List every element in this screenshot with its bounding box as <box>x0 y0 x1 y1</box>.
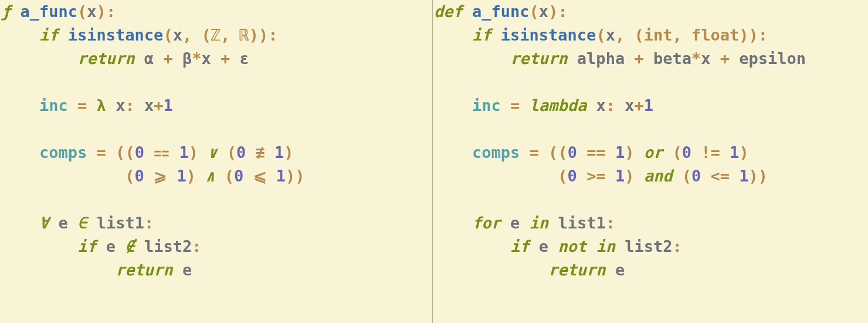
keyword-not-in: not in <box>558 237 615 255</box>
keyword-for: ∀ <box>39 214 49 232</box>
code-pane-plain: def a_func(x): if isinstance(x, (int, fl… <box>433 0 868 323</box>
builtin-isinstance: isinstance <box>501 26 596 44</box>
func-name: a_func <box>21 2 78 21</box>
keyword-not-in: ∉ <box>125 237 134 255</box>
keyword-or: ∨ <box>208 143 217 162</box>
op-equal: ⩵ <box>154 143 169 162</box>
param-x: x <box>87 2 96 21</box>
keyword-return: return <box>116 261 173 279</box>
var-alpha: α <box>144 49 154 68</box>
keyword-and: ∧ <box>205 167 215 185</box>
var-list2: list2 <box>144 237 192 255</box>
type-int: int <box>644 26 673 44</box>
op-ge: ⩾ <box>154 167 167 185</box>
op-notequal: ≢ <box>256 143 265 162</box>
keyword-def: ƒ <box>1 2 11 21</box>
op-equal: == <box>586 143 606 162</box>
var-list1: list1 <box>558 214 605 232</box>
var-alpha: alpha <box>577 49 625 68</box>
var-inc: inc <box>39 96 68 115</box>
code-block-right: def a_func(x): if isinstance(x, (int, fl… <box>434 0 868 282</box>
keyword-if: if <box>39 26 59 44</box>
keyword-return: return <box>548 261 606 279</box>
type-float: ℝ <box>240 26 249 44</box>
keyword-in: ∈ <box>77 214 87 232</box>
op-ge: >= <box>586 167 606 185</box>
var-list2: list2 <box>625 237 672 255</box>
keyword-if: if <box>510 237 530 255</box>
op-notequal: != <box>701 143 720 162</box>
var-beta: β <box>182 49 192 68</box>
keyword-return: return <box>77 49 135 68</box>
type-int: ℤ <box>211 26 221 44</box>
paren-close: ) <box>97 2 106 21</box>
var-list1: list1 <box>97 214 144 232</box>
var-comps: comps <box>472 143 520 162</box>
keyword-return: return <box>510 49 568 68</box>
keyword-lambda: λ <box>97 96 106 115</box>
op-le: <= <box>711 167 730 185</box>
type-float: float <box>691 26 739 44</box>
keyword-and: and <box>644 167 673 185</box>
code-block-left: ƒ a_func(x): if isinstance(x, (ℤ, ℝ)): r… <box>1 0 432 282</box>
var-epsilon: ε <box>240 49 249 68</box>
keyword-or: or <box>644 143 663 162</box>
var-beta: beta <box>653 49 691 68</box>
var-comps: comps <box>39 143 87 162</box>
code-pane-ligatures: ƒ a_func(x): if isinstance(x, (ℤ, ℝ)): r… <box>0 0 433 323</box>
paren-open: ( <box>77 2 87 21</box>
keyword-lambda: lambda <box>530 96 587 115</box>
colon: : <box>106 2 116 21</box>
keyword-def: def <box>434 2 463 21</box>
keyword-in: in <box>530 214 549 232</box>
builtin-isinstance: isinstance <box>68 26 164 44</box>
keyword-if: if <box>77 237 97 255</box>
op-le: ⩽ <box>253 167 267 185</box>
func-name: a_func <box>472 2 530 21</box>
var-epsilon: epsilon <box>739 49 806 68</box>
keyword-for: for <box>472 214 501 232</box>
var-inc: inc <box>472 96 501 115</box>
keyword-if: if <box>472 26 491 44</box>
